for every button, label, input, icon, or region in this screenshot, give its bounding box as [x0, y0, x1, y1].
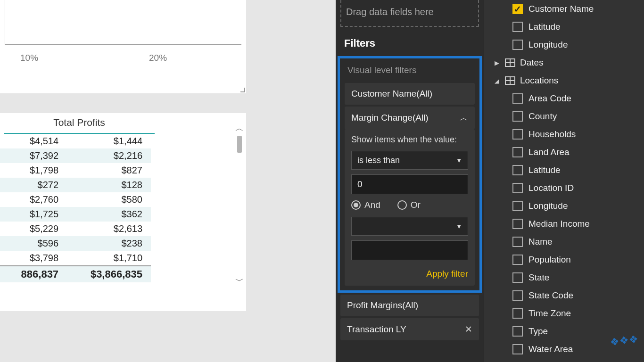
cell: 886,837 [0, 266, 67, 282]
field-area-code[interactable]: Area Code [484, 90, 644, 107]
radio-icon [351, 200, 361, 210]
field-population[interactable]: Population [484, 251, 644, 269]
checkbox-checked-icon[interactable]: ✓ [512, 4, 523, 14]
field-median-income[interactable]: Median Income [484, 215, 644, 233]
cell: $580 [67, 192, 151, 207]
cell: $5,229 [0, 222, 67, 236]
checkbox-icon[interactable] [512, 201, 523, 211]
table-row[interactable]: $5,229$2,613 [0, 222, 151, 236]
logic-or-radio[interactable]: Or [397, 200, 421, 210]
visualizations-panel: Drag data fields here Filters Visual lev… [336, 0, 484, 362]
table-row[interactable]: $596$238 [0, 236, 151, 251]
checkbox-icon[interactable] [512, 272, 523, 283]
checkbox-icon[interactable] [512, 183, 523, 193]
field-label: County [528, 111, 557, 122]
table-icon [505, 76, 515, 85]
chart-plot-area: 10% 20% [5, 0, 241, 45]
field-longitude[interactable]: Longitude [484, 36, 644, 54]
checkbox-icon[interactable] [512, 219, 523, 229]
checkbox-icon[interactable] [512, 255, 523, 265]
checkbox-icon[interactable] [512, 165, 523, 175]
table-row[interactable]: $272$128 [0, 178, 151, 192]
field-label: Longitude [528, 201, 568, 211]
field-time-zone[interactable]: Time Zone [484, 304, 644, 322]
scroll-thumb[interactable] [237, 136, 242, 153]
checkbox-icon[interactable] [512, 147, 523, 157]
checkbox-icon[interactable] [512, 290, 523, 301]
filter-card-transaction-ly[interactable]: Transaction LY ✕ [340, 318, 479, 340]
filter-card-margin-change[interactable]: Margin Change(All) ︿ [345, 107, 475, 129]
filter-card-profit-margins[interactable]: Profit Margins(All) [340, 295, 479, 316]
field-households[interactable]: Households [484, 125, 644, 143]
expand-collapse-icon[interactable]: ◢ [495, 77, 500, 84]
cell: $1,710 [67, 251, 151, 266]
table-node-locations[interactable]: ◢ Locations [484, 72, 644, 90]
field-drop-zone[interactable]: Drag data fields here [340, 0, 479, 27]
filter-card-label: Customer Name(All) [351, 89, 432, 99]
condition-select-1[interactable]: is less than ▼ [351, 151, 468, 170]
report-canvas: 10% 20% Total Profits $4,514$1,444$7,392… [0, 0, 336, 362]
field-state[interactable]: State [484, 269, 644, 287]
field-label: Water Area [528, 344, 573, 354]
field-customer-name[interactable]: ✓ Customer Name [484, 0, 644, 18]
checkbox-icon[interactable] [512, 237, 523, 247]
expand-collapse-icon[interactable]: ▶ [495, 59, 500, 66]
field-label: Type [528, 326, 548, 337]
scrollbar[interactable]: ︿ ﹀ [235, 123, 244, 292]
table-row[interactable]: $1,725$362 [0, 207, 151, 222]
scroll-up-icon[interactable]: ︿ [235, 123, 244, 132]
field-state-code[interactable]: State Code [484, 287, 644, 304]
logic-and-radio[interactable]: And [351, 200, 380, 210]
checkbox-icon[interactable] [512, 308, 523, 319]
cell: $272 [0, 178, 67, 192]
table-column-header[interactable]: Total Profits [4, 113, 155, 134]
field-label: Longitude [528, 40, 568, 50]
close-icon[interactable]: ✕ [465, 324, 472, 335]
table-row[interactable]: $1,798$827 [0, 163, 151, 178]
condition-value-input-2[interactable] [351, 240, 468, 260]
dropdown-triangle-icon: ▼ [456, 157, 462, 164]
table-row[interactable]: $4,514$1,444 [0, 134, 151, 148]
cell: $596 [0, 236, 67, 251]
condition-select-2[interactable]: ▼ [351, 217, 468, 236]
radio-label: And [364, 200, 380, 210]
table-row[interactable]: $3,798$1,710 [0, 251, 151, 266]
table-visual[interactable]: Total Profits $4,514$1,444$7,392$2,216$1… [0, 113, 246, 311]
axis-tick: 20% [149, 53, 167, 63]
axis-tick: 10% [20, 53, 38, 63]
field-land-area[interactable]: Land Area [484, 143, 644, 161]
chart-visual[interactable]: 10% 20% [0, 0, 246, 93]
field-location-id[interactable]: Location ID [484, 179, 644, 197]
field-label: Location ID [528, 183, 574, 193]
field-county[interactable]: County [484, 107, 644, 125]
apply-filter-button[interactable]: Apply filter [351, 269, 468, 279]
checkbox-icon[interactable] [512, 40, 523, 50]
data-table: $4,514$1,444$7,392$2,216$1,798$827$272$1… [0, 134, 151, 282]
checkbox-icon[interactable] [512, 93, 523, 104]
dropdown-triangle-icon: ▼ [456, 223, 462, 230]
chevron-up-icon[interactable]: ︿ [460, 112, 468, 123]
condition-value-input-1[interactable] [351, 174, 468, 194]
scroll-down-icon[interactable]: ﹀ [235, 275, 244, 285]
table-row[interactable]: $2,760$580 [0, 192, 151, 207]
table-total-row: 886,837$3,866,835 [0, 266, 151, 282]
resize-handle-icon[interactable] [239, 86, 245, 92]
field-label: Latitude [528, 165, 561, 175]
checkbox-icon[interactable] [512, 326, 523, 337]
field-longitude[interactable]: Longitude [484, 197, 644, 215]
field-latitude[interactable]: Latitude [484, 161, 644, 179]
checkbox-icon[interactable] [512, 344, 523, 354]
checkbox-icon[interactable] [512, 111, 523, 122]
field-name[interactable]: Name [484, 233, 644, 251]
table-node-dates[interactable]: ▶ Dates [484, 54, 644, 72]
cell: $2,216 [67, 148, 151, 163]
cell: $362 [67, 207, 151, 222]
filter-card-customer-name[interactable]: Customer Name(All) [345, 83, 475, 105]
table-row[interactable]: $7,392$2,216 [0, 148, 151, 163]
checkbox-icon[interactable] [512, 129, 523, 140]
cell: $827 [67, 163, 151, 178]
field-latitude[interactable]: Latitude [484, 18, 644, 36]
cell: $1,444 [67, 134, 151, 148]
checkbox-icon[interactable] [512, 22, 523, 32]
field-label: State Code [528, 290, 573, 301]
